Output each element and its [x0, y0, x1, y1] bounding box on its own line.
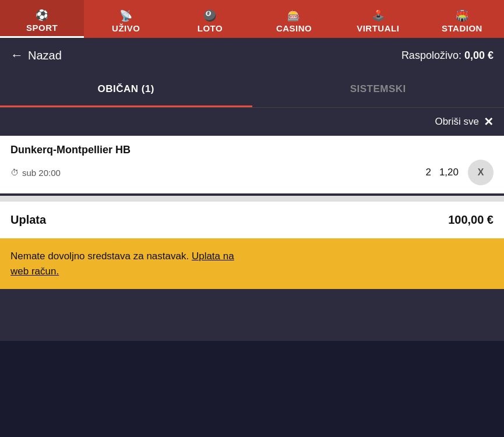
top-navigation: ⚽ SPORT 📡 UŽIVO 🎱 LOTO 🎰 CASINO 🕹️ VIRTU… — [0, 0, 504, 38]
balance-label: Raspoloživo: — [401, 50, 461, 61]
bet-time-row: ⏱ sub 20:00 — [10, 168, 61, 178]
uplata-row: Uplata 100,00 € — [0, 200, 504, 238]
header-bar: ← Nazad Raspoloživo: 0,00 € — [0, 38, 504, 73]
bet-details-row: ⏱ sub 20:00 2 1,20 X — [10, 160, 494, 185]
nav-item-uzivo[interactable]: 📡 UŽIVO — [84, 0, 168, 38]
bet-time: sub 20:00 — [22, 168, 61, 178]
warning-text: Nemate dovoljno sredstava za nastavak. U… — [10, 251, 234, 277]
bet-odds-row: 2 1,20 — [425, 167, 459, 178]
back-label: Nazad — [28, 49, 62, 62]
loto-icon: 🎱 — [203, 9, 217, 22]
balance-amount: 0,00 € — [464, 50, 494, 61]
match-name: Dunkerq-Montpellier HB — [10, 144, 494, 156]
nav-item-virtuali[interactable]: 🕹️ VIRTUALI — [336, 0, 420, 38]
tab-obican-label: OBIČAN (1) — [97, 83, 154, 94]
bet-odds: 1,20 — [439, 167, 459, 178]
nav-item-stadion[interactable]: 🏟️ STADION — [420, 0, 504, 38]
separator — [0, 196, 504, 200]
nav-label-stadion: STADION — [442, 23, 482, 33]
bet-card: Dunkerq-Montpellier HB ⏱ sub 20:00 2 1,2… — [0, 136, 504, 193]
nav-label-casino: CASINO — [276, 23, 312, 33]
nav-label-uzivo: UŽIVO — [112, 23, 140, 33]
uplata-amount: 100,00 € — [448, 213, 494, 227]
warning-box: Nemate dovoljno sredstava za nastavak. U… — [0, 238, 504, 289]
nav-label-virtuali: VIRTUALI — [357, 23, 399, 33]
uzivo-icon: 📡 — [119, 9, 133, 22]
obrisi-sve-label: Obriši sve — [435, 116, 479, 128]
remove-x-icon: X — [478, 167, 484, 178]
tabs-container: OBIČAN (1) SISTEMSKI — [0, 73, 504, 108]
bet-outcome: 2 — [425, 167, 431, 178]
back-button[interactable]: ← Nazad — [10, 48, 62, 63]
obrisi-sve-button[interactable]: ✕ — [484, 115, 494, 129]
tab-obican[interactable]: OBIČAN (1) — [0, 73, 252, 107]
stadion-icon: 🏟️ — [456, 9, 469, 22]
virtuali-icon: 🕹️ — [372, 9, 385, 22]
nav-label-sport: SPORT — [26, 23, 58, 33]
content-area: Obriši sve ✕ Dunkerq-Montpellier HB ⏱ su… — [0, 108, 504, 341]
balance-display: Raspoloživo: 0,00 € — [401, 50, 494, 62]
nav-label-loto: LOTO — [198, 23, 223, 33]
nav-item-casino[interactable]: 🎰 CASINO — [252, 0, 336, 38]
back-arrow-icon: ← — [10, 48, 23, 63]
warning-message: Nemate dovoljno sredstava za nastavak. — [10, 251, 189, 262]
uplata-label: Uplata — [10, 213, 46, 227]
nav-item-loto[interactable]: 🎱 LOTO — [168, 0, 252, 38]
casino-icon: 🎰 — [287, 9, 301, 22]
tab-sistemski[interactable]: SISTEMSKI — [252, 73, 505, 107]
nav-item-sport[interactable]: ⚽ SPORT — [0, 0, 84, 38]
tab-sistemski-label: SISTEMSKI — [350, 83, 406, 94]
sport-icon: ⚽ — [36, 9, 49, 22]
obrisi-row: Obriši sve ✕ — [0, 108, 504, 136]
remove-bet-button[interactable]: X — [468, 160, 494, 185]
clock-icon: ⏱ — [10, 168, 19, 177]
